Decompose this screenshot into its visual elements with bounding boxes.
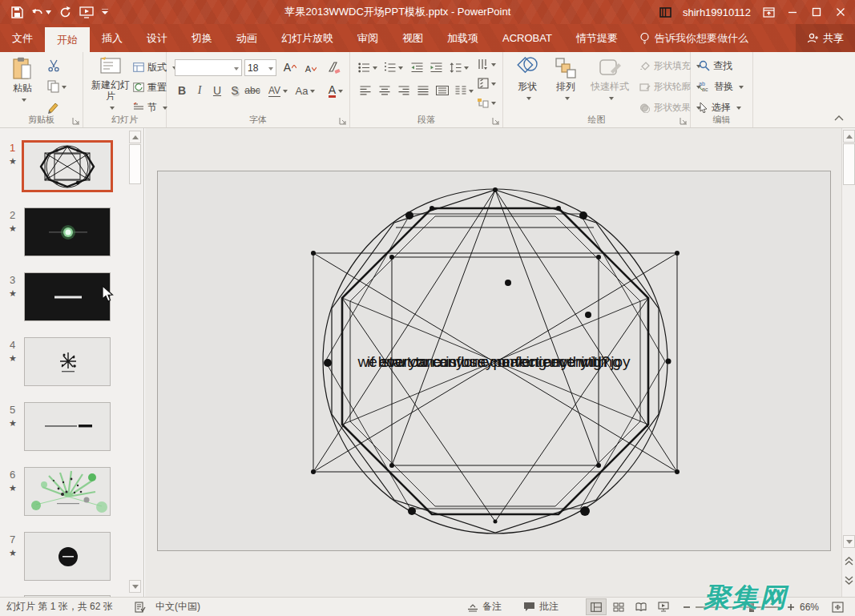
decrease-indent-button[interactable] (408, 58, 425, 76)
shrink-font-button[interactable]: A (302, 60, 320, 78)
zoom-in-button[interactable] (787, 598, 795, 616)
font-name-combo[interactable] (175, 59, 242, 76)
undo-button[interactable] (31, 6, 51, 18)
save-button[interactable] (11, 6, 23, 18)
bullets-button[interactable] (357, 58, 379, 76)
canvas-scroll-down-button[interactable] (843, 535, 855, 548)
zoom-out-button[interactable] (683, 598, 691, 616)
paragraph-dialog-launcher[interactable] (492, 117, 500, 125)
underline-button[interactable]: U (208, 82, 226, 99)
slide-thumbnail-5[interactable]: 5 ★ (0, 402, 128, 458)
text-shadow-button[interactable]: S (226, 82, 244, 99)
repeat-button[interactable] (59, 6, 71, 18)
font-dialog-launcher[interactable] (339, 117, 347, 125)
arrange-button[interactable]: 排列 (548, 57, 583, 101)
tab-animations[interactable]: 动画 (224, 24, 269, 52)
spell-check-button[interactable] (135, 598, 146, 616)
slide-thumbnail-image[interactable] (24, 207, 111, 256)
change-case-button[interactable]: Aa (293, 82, 317, 99)
language-indicator[interactable]: 中文(中国) (155, 598, 200, 616)
canvas-scroll-up-button[interactable] (843, 130, 855, 143)
start-slideshow-button[interactable] (79, 6, 94, 18)
customize-qat-button[interactable] (102, 9, 108, 15)
shapes-button[interactable]: 形状 (510, 57, 545, 101)
close-button[interactable] (834, 6, 847, 18)
slide-thumbnail-6[interactable]: 6 ★ (0, 467, 128, 523)
align-right-button[interactable] (395, 82, 413, 99)
clipboard-dialog-launcher[interactable] (72, 117, 80, 125)
drawing-dialog-launcher[interactable] (680, 117, 688, 125)
copy-button[interactable] (45, 78, 69, 95)
slide-thumbnail-4[interactable]: 4 ★ (0, 337, 128, 393)
strikethrough-button[interactable]: abc (244, 82, 261, 99)
numbering-button[interactable] (382, 58, 405, 76)
thumb-scroll-down-button[interactable] (129, 580, 141, 593)
thumb-scroll-up-button[interactable] (129, 131, 141, 143)
tab-home[interactable]: 开始 (45, 27, 90, 52)
slide-sorter-view-button[interactable] (608, 598, 629, 615)
comments-button[interactable]: 批注 (523, 598, 559, 616)
tab-acrobat[interactable]: ACROBAT (490, 24, 564, 52)
tab-file[interactable]: 文件 (0, 24, 45, 52)
find-button[interactable]: 查找 (699, 57, 732, 74)
increase-indent-button[interactable] (427, 58, 445, 76)
new-slide-button[interactable]: 新建幻灯片 (90, 57, 131, 111)
slide-counter[interactable]: 幻灯片 第 1 张，共 62 张 (6, 598, 113, 616)
next-slide-button[interactable] (843, 574, 855, 586)
line-spacing-button[interactable] (448, 58, 470, 76)
columns-button[interactable] (453, 82, 475, 99)
tab-transitions[interactable]: 切换 (179, 24, 224, 52)
maximize-button[interactable] (810, 6, 823, 18)
slide-thumbnail-image[interactable] (24, 272, 111, 321)
cut-button[interactable] (45, 57, 63, 74)
slideshow-view-button[interactable] (653, 598, 674, 615)
slide-thumbnail-7[interactable]: 7 ★ (0, 532, 128, 588)
slide-thumbnail-2[interactable]: 2 ★ (0, 207, 128, 264)
ribbon-display-options-button[interactable] (762, 6, 775, 18)
collapse-ribbon-button[interactable] (834, 115, 844, 121)
reading-view-button[interactable] (631, 598, 651, 615)
slide-thumbnail-image[interactable] (24, 532, 111, 581)
align-center-button[interactable] (376, 82, 393, 99)
tab-insert[interactable]: 插入 (90, 24, 135, 52)
paste-button[interactable]: 粘贴 (5, 57, 40, 103)
align-text-button[interactable] (475, 74, 498, 92)
quick-styles-button[interactable]: 快速样式 (587, 57, 633, 101)
reset-button[interactable]: 重置 (133, 79, 167, 96)
tab-view[interactable]: 视图 (390, 24, 435, 52)
text-direction-button[interactable] (475, 55, 498, 73)
grow-font-button[interactable]: A (281, 58, 299, 76)
font-size-combo[interactable]: 18 (244, 59, 276, 76)
font-name-dropdown-icon[interactable] (232, 62, 239, 74)
align-left-button[interactable] (357, 82, 374, 99)
slide-1-canvas[interactable]: if everyone is busy making everything ho… (157, 171, 831, 551)
font-size-dropdown-icon[interactable] (266, 62, 273, 74)
share-button[interactable]: 共享 (796, 24, 855, 52)
tab-design[interactable]: 设计 (135, 24, 179, 52)
zoom-percentage[interactable]: 66% (800, 598, 819, 616)
slide-thumbnail-image[interactable] (24, 337, 111, 386)
justify-button[interactable] (414, 82, 432, 99)
thumbnail-scrollbar[interactable] (129, 131, 141, 594)
slide-text-layer-3[interactable]: we start to confuse convenience with joy (158, 354, 830, 369)
notes-button[interactable]: 备注 (467, 598, 502, 616)
italic-button[interactable]: I (191, 82, 208, 99)
previous-slide-button[interactable] (843, 554, 855, 567)
user-name[interactable]: shirh19910112 (683, 6, 751, 18)
tab-storyboard[interactable]: 情节提要 (564, 24, 630, 52)
normal-view-button[interactable] (586, 598, 607, 615)
character-spacing-button[interactable]: AV (266, 82, 290, 99)
replace-button[interactable]: abac 替换 (699, 78, 744, 95)
slide-thumbnail-image[interactable] (24, 467, 111, 516)
tab-slideshow[interactable]: 幻灯片放映 (269, 24, 345, 52)
font-color-button[interactable]: A (324, 82, 348, 99)
fit-to-window-button[interactable] (832, 598, 844, 616)
slide-thumbnail-image[interactable] (22, 140, 113, 192)
slide-thumbnail-image[interactable] (24, 402, 111, 451)
minimize-button[interactable] (786, 6, 799, 18)
tell-me-box[interactable]: 告诉我你想要做什么 (630, 24, 758, 52)
thumb-scroll-thumb[interactable] (129, 144, 141, 184)
canvas-scroll-thumb[interactable] (843, 143, 855, 185)
slide-thumbnail-1[interactable]: 1 ★ (0, 140, 128, 196)
canvas-scrollbar[interactable] (841, 128, 855, 597)
